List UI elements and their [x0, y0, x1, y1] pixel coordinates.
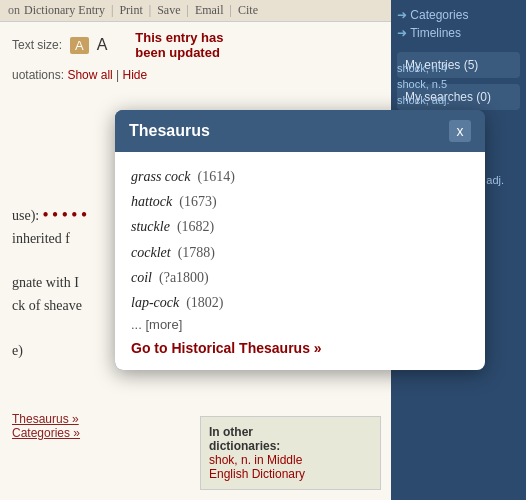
text-size-label: Text size: [12, 38, 62, 52]
popup-close-button[interactable]: x [449, 120, 471, 142]
list-item[interactable]: shock, adj. [397, 92, 520, 108]
nav-prefix: on [8, 3, 20, 18]
categories-bottom-link[interactable]: Categories » [12, 426, 80, 440]
other-dict-entry-link[interactable]: shok, n. in MiddleEnglish Dictionary [209, 453, 305, 481]
other-dictionaries-box: In otherdictionaries: shok, n. in Middle… [200, 416, 381, 490]
thesaurus-entry-1: grass cock (1614) [131, 164, 469, 189]
list-item[interactable]: shock, n.5 [397, 76, 520, 92]
list-item[interactable]: shock, n.4 [397, 60, 520, 76]
thesaurus-popup: Thesaurus x grass cock (1614) hattock (1… [115, 110, 485, 370]
nav-cite-link[interactable]: Cite [238, 3, 258, 18]
nav-sep2: | [149, 3, 151, 18]
thesaurus-bottom-link[interactable]: Thesaurus » [12, 412, 80, 426]
thesaurus-entry-4: cocklet (1788) [131, 240, 469, 265]
thesaurus-entry-6: lap-cock (1802) [131, 290, 469, 315]
nav-save-link[interactable]: Save [157, 3, 180, 18]
text-size-small-button[interactable]: A [70, 37, 89, 54]
show-all-link[interactable]: Show all [67, 68, 112, 82]
updated-notice: This entry hasbeen updated [135, 30, 223, 60]
thesaurus-entry-2: hattock (1673) [131, 189, 469, 214]
bottom-links: Thesaurus » Categories » [12, 412, 80, 440]
hide-link[interactable]: Hide [123, 68, 148, 82]
nav-sep4: | [230, 3, 232, 18]
other-dict-label: In otherdictionaries: [209, 425, 280, 453]
nav-sep3: | [186, 3, 188, 18]
text-size-large-button[interactable]: A [97, 36, 108, 54]
popup-more-label: ... [more] [131, 317, 469, 332]
sidebar-timelines-link[interactable]: Timelines [397, 26, 520, 40]
nav-email-link[interactable]: Email [195, 3, 224, 18]
nav-dictionary-entry-link[interactable]: Dictionary Entry [24, 3, 105, 18]
sidebar-categories-link[interactable]: Categories [397, 8, 520, 22]
text-size-row: Text size: A A This entry hasbeen update… [12, 30, 379, 60]
nav-sep1: | [111, 3, 113, 18]
popup-body: grass cock (1614) hattock (1673) stuckle… [115, 152, 485, 370]
popup-entries: grass cock (1614) hattock (1673) stuckle… [131, 164, 469, 315]
popup-title: Thesaurus [129, 122, 210, 140]
popup-thesaurus-link[interactable]: Go to Historical Thesaurus » [131, 340, 469, 356]
nav-print-link[interactable]: Print [119, 3, 142, 18]
popup-header: Thesaurus x [115, 110, 485, 152]
thesaurus-links: Thesaurus » Categories » [12, 412, 80, 440]
popup-tail [145, 368, 161, 370]
thesaurus-entry-5: coil (?a1800) [131, 265, 469, 290]
thesaurus-entry-3: stuckle (1682) [131, 214, 469, 239]
quotations-bar: uotations: Show all | Hide [12, 68, 379, 82]
